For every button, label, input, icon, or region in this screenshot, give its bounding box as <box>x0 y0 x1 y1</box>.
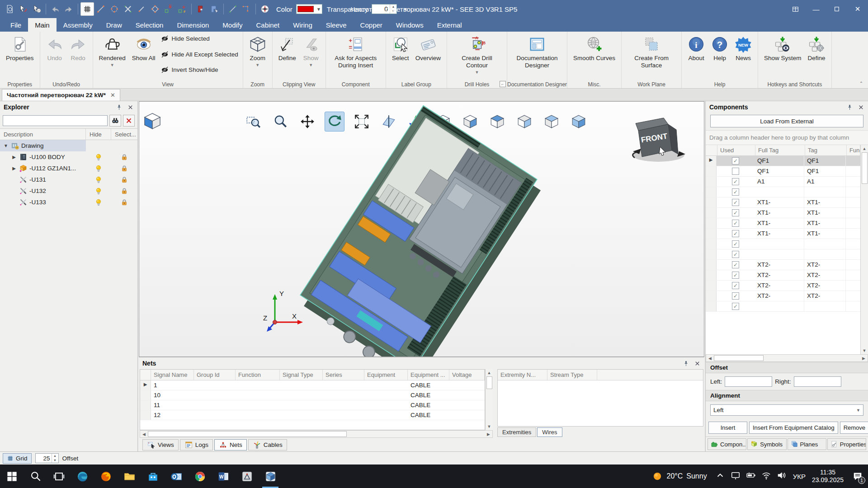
column-equipment-[interactable]: Equipment ... <box>408 370 449 380</box>
component-row[interactable]: ✓XT2-XT2- <box>706 281 860 291</box>
column-full-tag[interactable]: Full Tag <box>755 145 805 155</box>
column-group-id[interactable]: Group Id <box>194 370 236 380</box>
used-checkbox[interactable]: ✓ <box>717 260 755 270</box>
spinner-steppers[interactable]: ▲▼ <box>390 5 396 14</box>
menu-selection[interactable]: Selection <box>129 18 170 32</box>
redo-small-button[interactable] <box>62 2 75 16</box>
close-button[interactable]: ✕ <box>847 0 868 18</box>
document-tab[interactable]: Частотний перетворювач 22 kW* ✕ <box>2 89 120 101</box>
ask-for-aspects-during-insert-button[interactable]: +=Ask for Aspects During Insert <box>329 33 383 70</box>
document-3d-button[interactable] <box>3 2 16 16</box>
column-stream-type[interactable]: Stream Type <box>547 370 597 380</box>
undo-button[interactable]: Undo <box>43 33 66 63</box>
taskbar-edge-button[interactable] <box>71 465 94 488</box>
menu-main[interactable]: Main <box>28 18 57 32</box>
menu-copper[interactable]: Copper <box>354 18 389 32</box>
column-used[interactable]: Used <box>717 145 755 155</box>
polygon-tool-button[interactable] <box>148 2 162 16</box>
pin-icon[interactable] <box>683 360 689 367</box>
net-row[interactable]: 11CABLE <box>140 400 485 410</box>
used-checkbox[interactable]: ✓ <box>717 156 755 166</box>
component-row[interactable]: ✓XT1-XT1- <box>706 208 860 218</box>
define-button[interactable]: Define <box>805 33 829 63</box>
select-cell[interactable] <box>111 164 137 173</box>
dialog-launcher-button[interactable]: ⌐ <box>500 81 506 87</box>
color-dropdown[interactable]: ▼ <box>296 4 322 14</box>
hide-cell[interactable] <box>86 198 111 206</box>
pin-icon[interactable] <box>846 104 853 111</box>
tree-item--u132[interactable]: -U132 <box>0 185 137 197</box>
menu-dimension[interactable]: Dimension <box>170 18 216 32</box>
select-cell[interactable] <box>111 198 137 206</box>
component-row[interactable]: ✓ <box>706 301 860 312</box>
remove-button[interactable]: Remove <box>840 422 868 434</box>
tab-extremities[interactable]: Extremities <box>497 427 536 437</box>
segment-tool-button[interactable] <box>135 2 148 16</box>
taskbar-task-view-button[interactable] <box>47 465 71 488</box>
layout-icon[interactable] <box>785 0 806 18</box>
search-button[interactable] <box>109 115 121 127</box>
net-row[interactable]: 10CABLE <box>140 390 485 400</box>
ribbon-collapse-button[interactable]: ⌃ <box>857 80 865 86</box>
3d-viewport-canvas[interactable]: FRONT Y X Z <box>139 101 704 357</box>
tab-wires[interactable]: Wires <box>537 427 562 437</box>
used-checkbox[interactable]: ✓ <box>717 301 755 311</box>
battery-button[interactable] <box>746 470 756 482</box>
tab-cables[interactable]: Cables <box>248 439 287 450</box>
used-checkbox[interactable]: ✓ <box>717 239 755 249</box>
help-button[interactable]: ?Help <box>708 33 731 63</box>
news-button[interactable]: NEWNews <box>731 33 755 63</box>
align-point-button[interactable]: # <box>175 2 189 16</box>
define-button[interactable]: Define <box>275 33 299 63</box>
component-row[interactable]: ✓XT2-XT2- <box>706 260 860 270</box>
pin-icon[interactable] <box>116 104 123 111</box>
used-checkbox[interactable]: ✓ <box>717 208 755 218</box>
grid-size-spinner[interactable]: 25 ▲▼ <box>35 453 59 463</box>
tab-nets[interactable]: Nets <box>214 439 247 450</box>
undo-small-button[interactable] <box>48 2 62 16</box>
menu-draw[interactable]: Draw <box>99 18 129 32</box>
select-cell[interactable] <box>111 187 137 195</box>
zoom-button[interactable]: Zoom▼ <box>246 33 269 69</box>
net-row[interactable]: ▶1CABLE <box>140 380 485 390</box>
column-series[interactable]: Series <box>323 370 364 380</box>
taskbar-store-button[interactable] <box>141 465 165 488</box>
components-vertical-scrollbar[interactable]: ▲▼ <box>860 145 868 354</box>
close-icon[interactable] <box>694 360 701 367</box>
taskbar-search-button[interactable] <box>24 465 47 488</box>
insert-from-equipment-catalog-button[interactable]: Insert From Equipment Catalog <box>749 422 838 434</box>
chevron-right-icon[interactable]: ▶ <box>11 166 17 171</box>
nets-horizontal-scrollbar[interactable]: ◀▶ <box>140 430 493 438</box>
group-blue-button[interactable] <box>208 2 221 16</box>
component-row[interactable]: ✓A1A1 <box>706 177 860 187</box>
taskbar-chrome-button[interactable] <box>188 465 212 488</box>
grid-toggle-button[interactable]: Grid <box>3 453 32 464</box>
redo-button[interactable]: Redo <box>66 33 90 63</box>
column-hide[interactable]: Hide <box>86 129 111 140</box>
cast-button[interactable] <box>731 470 741 482</box>
clear-search-button[interactable] <box>123 115 135 127</box>
close-icon[interactable] <box>127 104 134 111</box>
select-undo-button[interactable] <box>16 2 30 16</box>
notification-center-button[interactable]: 1 <box>847 465 868 488</box>
menu-external[interactable]: External <box>430 18 469 32</box>
hide-selected-button[interactable]: Hide Selected <box>160 34 238 43</box>
taskbar-firefox-button[interactable] <box>94 465 118 488</box>
tab-planes[interactable]: Planes <box>788 438 826 450</box>
menu-modify[interactable]: Modify <box>216 18 249 32</box>
used-checkbox[interactable]: ✓ <box>717 218 755 228</box>
menu-wiring[interactable]: Wiring <box>286 18 319 32</box>
component-row[interactable]: QF1QF1 <box>706 166 860 177</box>
tab-logs[interactable]: Logs <box>180 439 213 450</box>
maximize-button[interactable] <box>826 0 847 18</box>
measure-path-button[interactable] <box>240 2 253 16</box>
select-redo-button[interactable] <box>30 2 43 16</box>
alignment-select[interactable]: Left ▼ <box>710 404 863 416</box>
smooth-curves-button[interactable]: Smooth Curves <box>570 33 618 63</box>
volume-button[interactable] <box>777 470 787 482</box>
tab-symbols[interactable]: Symbols <box>747 438 786 450</box>
menu-file[interactable]: File <box>4 18 28 32</box>
used-checkbox[interactable]: ✓ <box>717 187 755 197</box>
taskbar-word-button[interactable]: W <box>212 465 235 488</box>
hide-cell[interactable] <box>86 187 111 195</box>
